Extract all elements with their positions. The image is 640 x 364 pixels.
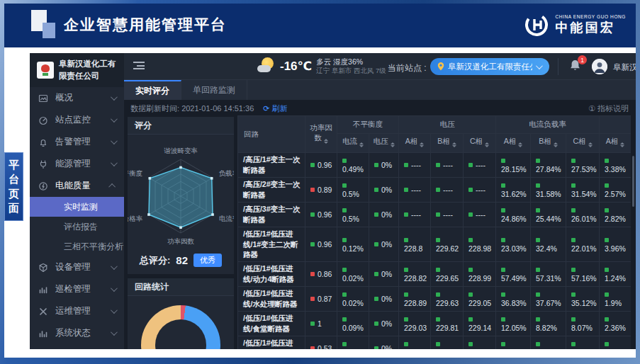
sidebar-item-1[interactable]: 站点监控 [30, 109, 124, 131]
value-cell: 229.62 [431, 227, 464, 262]
status-dot [571, 342, 576, 346]
value-cell: 0% [369, 312, 399, 336]
table-row[interactable]: /高压/1#变主一次断路器0.960.49%0%------------28.1… [238, 153, 631, 178]
table-row[interactable]: /高压/2#变主一次断路器0.890.5%0%------------31.62… [238, 178, 631, 203]
status-dot [605, 317, 609, 322]
sort-icon[interactable] [620, 140, 624, 149]
status-dot [310, 212, 315, 217]
value-cell: 57.31% [531, 262, 566, 287]
monitor-icon [38, 115, 49, 125]
table-row[interactable]: /低压/1#低压进线/食堂断路器10.09%0%229.03229.81229.… [238, 312, 631, 336]
user-avatar[interactable] [592, 59, 607, 74]
value-cell: 3.96% [600, 227, 631, 262]
col-group-header: 电流负载率 [496, 116, 600, 134]
brand-logo: CHINA ENERGY GUO HONG 中能国宏 [522, 11, 626, 39]
table-scrollbar[interactable] [632, 156, 634, 207]
col-subheader: C相 [566, 134, 600, 153]
value-cell: 12.05% [496, 312, 531, 336]
table-row[interactable]: /低压/1#低压进线/机修断路器0.530.21%0%228.75229.822… [238, 336, 631, 349]
value-cell: 229.03 [399, 312, 431, 336]
status-dot [536, 292, 540, 297]
refresh-button[interactable]: ⟳ 刷新 [263, 104, 287, 113]
window-frame: 企业智慧用能管理平台 CHINA ENERGY GUO HONG 中能国宏 平台… [0, 0, 640, 364]
col-header: 功率因数 [305, 116, 337, 153]
sidebar-subitem-2[interactable]: 三相不平衡分析 [30, 237, 124, 256]
score-panel: 评分 谐波畸变率负载率电流平衡功率因数合格率不平衡度 总评分: 82 优秀 [128, 117, 234, 274]
sidebar-item-5[interactable]: 设备管理 [30, 256, 124, 278]
value-cell: 3.92% [600, 336, 631, 349]
status-dot [310, 297, 315, 301]
total-score-label: 总评分: [140, 254, 170, 267]
value-cell: 228.98 [464, 227, 496, 262]
sidebar-item-label: 概况 [55, 92, 111, 104]
sort-icon[interactable] [485, 140, 489, 149]
sort-icon[interactable] [554, 140, 558, 149]
sidebar-item-label: 站点监控 [55, 114, 111, 126]
value-cell: 228.8 [399, 227, 431, 262]
value-cell: 3.39% [496, 336, 531, 349]
status-dot [468, 317, 473, 322]
sidebar-item-6[interactable]: 巡检管理 [30, 278, 124, 300]
sort-icon[interactable] [518, 140, 522, 149]
sidebar-item-2[interactable]: 告警管理 [30, 131, 124, 153]
sidebar-item-label: 系统状态 [55, 327, 111, 339]
value-cell: 0.12% [337, 227, 369, 262]
indicator-help-link[interactable]: ① 指标说明 [588, 103, 629, 114]
sidebar-collapse-icon[interactable] [133, 62, 145, 71]
notification-bell-icon[interactable]: 1 [569, 59, 583, 74]
status-dot [501, 268, 505, 272]
sidebar-item-label: 运维管理 [55, 305, 111, 317]
sidebar-item-0[interactable]: 概况 [30, 87, 124, 109]
status-dot [468, 188, 473, 192]
value-cell: 0% [369, 178, 399, 203]
status-dot [374, 322, 378, 326]
status-dot [571, 183, 576, 188]
total-score-value: 82 [176, 254, 188, 266]
value-cell: ---- [431, 178, 464, 203]
platform-page-tag: 平台页面 [4, 152, 23, 221]
status-dot [571, 208, 576, 212]
status-dot [342, 342, 347, 346]
overview-icon [38, 93, 49, 103]
sidebar-item-7[interactable]: 运维管理 [30, 300, 124, 322]
table-row[interactable]: /低压/1#低压进线/动力4断路器0.860.02%0%228.82229.65… [238, 262, 631, 287]
value-cell: 8.07% [566, 312, 600, 336]
score-panel-title: 评分 [128, 117, 234, 135]
device-icon [38, 262, 49, 273]
sort-icon[interactable] [452, 140, 456, 149]
sidebar-item-label: 能源管理 [55, 158, 111, 170]
svg-text:电流平衡: 电流平衡 [219, 215, 234, 222]
value-cell: 0% [369, 262, 399, 287]
sort-icon[interactable] [588, 140, 593, 149]
col-subheader: B相 [531, 134, 566, 153]
value-cell: 0% [369, 153, 399, 178]
sidebar-item-4[interactable]: 电能质量 [30, 175, 124, 197]
value-cell: 0.5% [337, 203, 369, 227]
sidebar-item-3[interactable]: 能源管理 [30, 153, 124, 175]
col-subheader: 电流 [337, 134, 369, 153]
value-cell: 0.96 [305, 153, 337, 178]
status-dot [468, 238, 473, 242]
value-cell: 0.53 [305, 336, 337, 349]
chevron-down-icon [111, 285, 118, 292]
circuit-stats-title: 回路统计 [128, 278, 234, 296]
sort-icon[interactable] [420, 140, 424, 149]
table-row[interactable]: /高压/3#变主一次断路器0.960.5%0%------------24.86… [238, 203, 631, 227]
sidebar-subitem-0[interactable]: 实时监测 [30, 197, 124, 217]
sort-icon[interactable] [359, 140, 364, 149]
sidebar-subitem-1[interactable]: 评估报告 [30, 217, 124, 237]
status-dot [374, 242, 378, 246]
station-select[interactable]: 阜新汉道化工有限责任公司 [430, 58, 549, 75]
value-cell: 24.86% [496, 203, 531, 227]
tab-1[interactable]: 单回路监测 [181, 80, 247, 100]
sort-icon[interactable] [324, 137, 328, 146]
chevron-down-icon [111, 263, 118, 270]
status-dot [404, 317, 408, 322]
table-row[interactable]: /低压/1#低压进线/1#变主二次断路器0.960.12%0%228.8229.… [238, 227, 631, 262]
top-header: 企业智慧用能管理平台 CHINA ENERGY GUO HONG 中能国宏 [4, 4, 636, 47]
sidebar-item-8[interactable]: 系统状态 [30, 322, 124, 344]
sort-icon[interactable] [391, 140, 395, 149]
tab-0[interactable]: 实时评分 [124, 80, 181, 100]
user-name[interactable]: 阜新汉道化工有限责任公... [613, 62, 636, 73]
table-row[interactable]: /低压/1#低压进线/水处理断路器0.870.02%0%228.89229.63… [238, 287, 631, 312]
